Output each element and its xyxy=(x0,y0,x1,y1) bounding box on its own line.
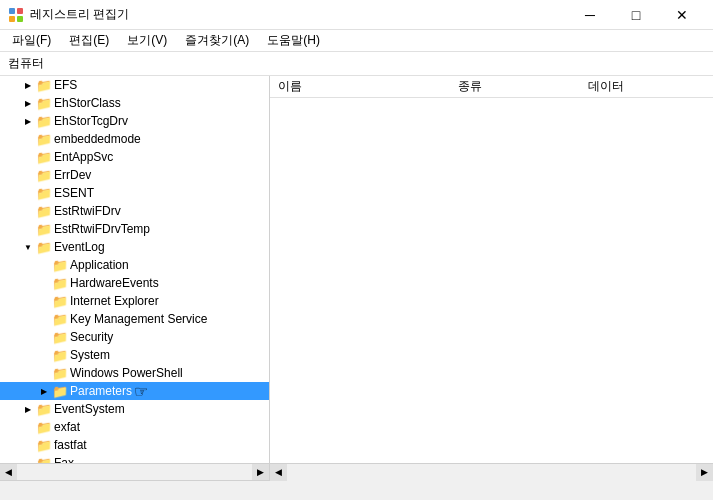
expand-icon-errdev xyxy=(20,166,36,184)
menu-view[interactable]: 보기(V) xyxy=(119,30,175,51)
tree-item-embeddedmode[interactable]: 📁embeddedmode xyxy=(0,130,269,148)
tree-item-system[interactable]: 📁System xyxy=(0,346,269,364)
tree-item-label-fax: Fax xyxy=(52,456,74,463)
svg-rect-3 xyxy=(17,16,23,22)
tree-item-hardwareevents[interactable]: 📁HardwareEvents xyxy=(0,274,269,292)
scroll-track[interactable] xyxy=(17,464,252,481)
menu-edit[interactable]: 편집(E) xyxy=(61,30,117,51)
tree-item-label-embeddedmode: embeddedmode xyxy=(52,132,141,146)
folder-icon-ehstorclass: 📁 xyxy=(36,94,52,112)
title-bar: 레지스트리 편집기 ─ □ ✕ xyxy=(0,0,713,30)
tree-item-fastfat[interactable]: 📁fastfat xyxy=(0,436,269,454)
folder-icon-exfat: 📁 xyxy=(36,418,52,436)
tree-item-esent[interactable]: 📁ESENT xyxy=(0,184,269,202)
tree-item-eventsystem[interactable]: ▶📁EventSystem xyxy=(0,400,269,418)
expand-icon-entappsvc xyxy=(20,148,36,166)
tree-item-label-errdev: ErrDev xyxy=(52,168,91,182)
folder-icon-parameters: 📁 xyxy=(52,382,68,400)
tree-item-errdev[interactable]: 📁ErrDev xyxy=(0,166,269,184)
tree-item-estrtwifdrv[interactable]: 📁EstRtwiFDrv xyxy=(0,202,269,220)
right-panel: 이름 종류 데이터 ◀ ▶ xyxy=(270,76,713,480)
tree-item-ehstorclass[interactable]: ▶📁EhStorClass xyxy=(0,94,269,112)
expand-icon-internetexplorer xyxy=(36,292,52,310)
menu-file[interactable]: 파일(F) xyxy=(4,30,59,51)
svg-rect-1 xyxy=(17,8,23,14)
tree-item-efs[interactable]: ▶📁EFS xyxy=(0,76,269,94)
column-type-header: 종류 xyxy=(450,78,580,95)
tree-item-estrtwifdrv2[interactable]: 📁EstRtwiFDrvTemp xyxy=(0,220,269,238)
tree-item-security[interactable]: 📁Security xyxy=(0,328,269,346)
tree-item-label-windowspowershell: Windows PowerShell xyxy=(68,366,183,380)
expand-icon-system xyxy=(36,346,52,364)
folder-icon-efs: 📁 xyxy=(36,76,52,94)
cursor-hand: ☞ xyxy=(134,382,148,401)
folder-icon-entappsvc: 📁 xyxy=(36,148,52,166)
tree-item-windowspowershell[interactable]: 📁Windows PowerShell xyxy=(0,364,269,382)
tree-item-entappsvc[interactable]: 📁EntAppSvc xyxy=(0,148,269,166)
minimize-button[interactable]: ─ xyxy=(567,0,613,30)
window-title: 레지스트리 편집기 xyxy=(30,6,129,23)
expand-icon-eventlog[interactable]: ▼ xyxy=(20,238,36,256)
scroll-left-button[interactable]: ◀ xyxy=(0,464,17,481)
title-bar-controls: ─ □ ✕ xyxy=(567,0,705,30)
maximize-button[interactable]: □ xyxy=(613,0,659,30)
right-horizontal-scrollbar[interactable]: ◀ ▶ xyxy=(270,463,713,480)
address-bar: 컴퓨터 xyxy=(0,52,713,76)
title-bar-left: 레지스트리 편집기 xyxy=(8,6,129,23)
folder-icon-estrtwifdrv: 📁 xyxy=(36,202,52,220)
folder-icon-hardwareevents: 📁 xyxy=(52,274,68,292)
tree-content[interactable]: ▶📁EFS▶📁EhStorClass▶📁EhStorTcgDrv📁embedde… xyxy=(0,76,269,463)
expand-icon-exfat xyxy=(20,418,36,436)
menu-help[interactable]: 도움말(H) xyxy=(259,30,328,51)
tree-item-label-eventsystem: EventSystem xyxy=(52,402,125,416)
expand-icon-efs[interactable]: ▶ xyxy=(20,76,36,94)
folder-icon-application: 📁 xyxy=(52,256,68,274)
right-scroll-right[interactable]: ▶ xyxy=(696,464,713,481)
tree-item-eventlog[interactable]: ▼📁EventLog xyxy=(0,238,269,256)
tree-item-label-estrtwifdrv2: EstRtwiFDrvTemp xyxy=(52,222,150,236)
menu-bar: 파일(F) 편집(E) 보기(V) 즐겨찾기(A) 도움말(H) xyxy=(0,30,713,52)
folder-icon-windowspowershell: 📁 xyxy=(52,364,68,382)
address-label: 컴퓨터 xyxy=(8,55,44,72)
folder-icon-fastfat: 📁 xyxy=(36,436,52,454)
tree-panel: ▶📁EFS▶📁EhStorClass▶📁EhStorTcgDrv📁embedde… xyxy=(0,76,270,480)
right-scroll-track[interactable] xyxy=(287,464,696,481)
tree-item-label-ehstorclass: EhStorClass xyxy=(52,96,121,110)
folder-icon-security: 📁 xyxy=(52,328,68,346)
svg-rect-0 xyxy=(9,8,15,14)
folder-icon-fax: 📁 xyxy=(36,454,52,463)
tree-item-application[interactable]: 📁Application xyxy=(0,256,269,274)
tree-item-label-eventlog: EventLog xyxy=(52,240,105,254)
close-button[interactable]: ✕ xyxy=(659,0,705,30)
tree-item-fax[interactable]: 📁Fax xyxy=(0,454,269,463)
expand-icon-fax xyxy=(20,454,36,463)
expand-icon-embeddedmode xyxy=(20,130,36,148)
tree-item-label-fastfat: fastfat xyxy=(52,438,87,452)
folder-icon-errdev: 📁 xyxy=(36,166,52,184)
tree-item-exfat[interactable]: 📁exfat xyxy=(0,418,269,436)
tree-item-label-parameters: Parameters xyxy=(68,384,132,398)
expand-icon-ehstorclass[interactable]: ▶ xyxy=(20,94,36,112)
expand-icon-eventsystem[interactable]: ▶ xyxy=(20,400,36,418)
tree-item-label-internetexplorer: Internet Explorer xyxy=(68,294,159,308)
menu-favorites[interactable]: 즐겨찾기(A) xyxy=(177,30,257,51)
expand-icon-fastfat xyxy=(20,436,36,454)
tree-item-ehstortcgdrv[interactable]: ▶📁EhStorTcgDrv xyxy=(0,112,269,130)
expand-icon-parameters[interactable]: ▶ xyxy=(36,382,52,400)
tree-item-parameters[interactable]: ▶📁Parameters☞ xyxy=(0,382,269,400)
expand-icon-estrtwifdrv xyxy=(20,202,36,220)
tree-item-label-esent: ESENT xyxy=(52,186,94,200)
right-scroll-left[interactable]: ◀ xyxy=(270,464,287,481)
expand-icon-ehstortcgdrv[interactable]: ▶ xyxy=(20,112,36,130)
tree-horizontal-scrollbar[interactable]: ◀ ▶ xyxy=(0,463,269,480)
tree-item-label-system: System xyxy=(68,348,110,362)
tree-item-label-efs: EFS xyxy=(52,78,77,92)
tree-item-keymanagement[interactable]: 📁Key Management Service xyxy=(0,310,269,328)
folder-icon-system: 📁 xyxy=(52,346,68,364)
tree-item-internetexplorer[interactable]: 📁Internet Explorer xyxy=(0,292,269,310)
tree-item-label-hardwareevents: HardwareEvents xyxy=(68,276,159,290)
expand-icon-keymanagement xyxy=(36,310,52,328)
scroll-right-button[interactable]: ▶ xyxy=(252,464,269,481)
folder-icon-eventsystem: 📁 xyxy=(36,400,52,418)
tree-item-label-keymanagement: Key Management Service xyxy=(68,312,207,326)
